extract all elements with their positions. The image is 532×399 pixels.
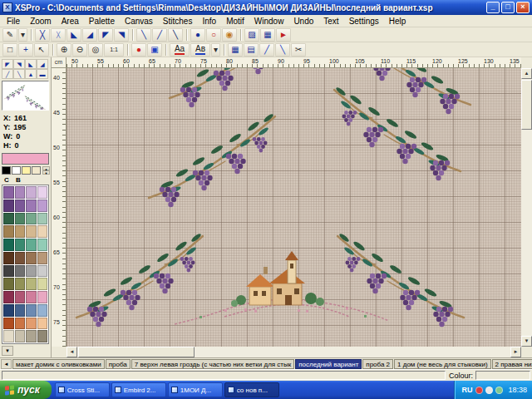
pencil-tool-button[interactable]: ✎: [2, 28, 17, 42]
palette-color-44[interactable]: [3, 330, 14, 342]
zoom-area-button[interactable]: ◎: [88, 43, 103, 57]
tri-up-button[interactable]: ▲: [25, 69, 37, 79]
palette-color-25[interactable]: [15, 265, 26, 278]
cut-tool-button[interactable]: ✂: [291, 43, 306, 57]
pattern-tab-6[interactable]: 2 правая них гр: [492, 359, 532, 369]
menu-item-3[interactable]: Palette: [84, 16, 120, 27]
straight-stitch-button[interactable]: ╱: [152, 28, 167, 42]
maximize-button[interactable]: □: [501, 2, 515, 13]
antivirus-icon[interactable]: [475, 387, 483, 394]
arrow-tool-button[interactable]: ↖: [34, 43, 49, 57]
quarter-stitch-button[interactable]: ◤: [98, 28, 113, 42]
menu-item-0[interactable]: File: [2, 16, 25, 27]
palette-color-47[interactable]: [37, 330, 48, 342]
taskbar-task-2[interactable]: 1МОИ Д...: [168, 382, 223, 397]
tab-scroll-left-button[interactable]: ◄: [1, 359, 12, 369]
palette-color-4[interactable]: [3, 200, 14, 212]
menu-item-12[interactable]: Help: [384, 16, 411, 27]
palette-color-2[interactable]: [26, 186, 37, 199]
palette-color-12[interactable]: [3, 225, 14, 238]
menu-item-9[interactable]: Undo: [288, 16, 318, 27]
line-down-button[interactable]: ╲: [13, 69, 25, 79]
palette-color-28[interactable]: [3, 278, 14, 290]
palette-color-17[interactable]: [15, 239, 26, 251]
zoom-out-button[interactable]: ⊖: [72, 43, 87, 57]
taskbar-task-3[interactable]: со нов п...: [224, 382, 279, 397]
palette-color-31[interactable]: [37, 278, 48, 290]
vertical-scroll-thumb[interactable]: [521, 80, 532, 130]
palette-color-30[interactable]: [26, 278, 37, 290]
palette-color-6[interactable]: [26, 200, 37, 212]
dir-se-button[interactable]: ◢: [37, 59, 48, 69]
palette-color-26[interactable]: [26, 265, 37, 278]
draw-line-up-button[interactable]: ╱: [259, 43, 274, 57]
palette-color-0[interactable]: [3, 186, 14, 199]
half-stitch-right-button[interactable]: ◢: [82, 28, 97, 42]
taskbar-task-0[interactable]: Cross Sti...: [55, 382, 110, 397]
pattern-tab-4[interactable]: проба 2: [362, 359, 393, 369]
palette-scroll-down-button[interactable]: ▼: [2, 346, 13, 356]
palette-color-15[interactable]: [37, 225, 48, 238]
palette-color-43[interactable]: [37, 318, 48, 330]
close-button[interactable]: ×: [516, 2, 530, 13]
pattern-tab-0[interactable]: макет домик с оливковками: [12, 359, 105, 369]
palette-color-45[interactable]: [15, 330, 26, 342]
language-indicator[interactable]: RU: [461, 386, 472, 394]
quick-swatch-3[interactable]: [32, 166, 41, 175]
pencil-dropdown-button[interactable]: ▾: [18, 28, 27, 42]
network-icon[interactable]: [495, 387, 503, 394]
palette-color-11[interactable]: [37, 213, 48, 225]
quick-swatch-2[interactable]: [22, 166, 31, 175]
view-colors-button[interactable]: ●: [131, 43, 146, 57]
palette-color-5[interactable]: [15, 200, 26, 212]
grid-toggle-button[interactable]: ▦: [228, 43, 243, 57]
palette-color-21[interactable]: [15, 252, 26, 264]
long-stitch-button[interactable]: ╲: [168, 28, 183, 42]
menu-item-5[interactable]: Stitches: [158, 16, 198, 27]
french-knot-button[interactable]: ●: [190, 28, 205, 42]
menu-item-10[interactable]: Text: [318, 16, 343, 27]
taskbar-task-1[interactable]: Embird 2...: [111, 382, 166, 397]
menu-item-8[interactable]: Window: [249, 16, 289, 27]
dir-nw-button[interactable]: ◤: [2, 59, 13, 69]
menu-item-6[interactable]: Info: [197, 16, 221, 27]
flood-fill-button[interactable]: ▨: [244, 28, 259, 42]
palette-color-39[interactable]: [37, 304, 48, 317]
palette-color-22[interactable]: [26, 252, 37, 264]
palette-color-42[interactable]: [26, 318, 37, 330]
palette-color-3[interactable]: [37, 186, 48, 199]
palette-color-23[interactable]: [37, 252, 48, 264]
view-symbols-button[interactable]: ▣: [147, 43, 162, 57]
horizontal-scrollbar[interactable]: ◄ ►: [66, 347, 521, 357]
palette-color-33[interactable]: [15, 291, 26, 303]
minimize-button[interactable]: _: [486, 2, 500, 13]
font-dropdown-button[interactable]: ▾: [211, 43, 220, 57]
menu-item-11[interactable]: Settings: [344, 16, 384, 27]
palette-color-27[interactable]: [37, 265, 48, 278]
scroll-right-icon[interactable]: ►: [510, 347, 521, 357]
palette-color-1[interactable]: [15, 186, 26, 199]
scroll-left-icon[interactable]: ◄: [66, 347, 77, 357]
menu-item-2[interactable]: Area: [57, 16, 84, 27]
palette-color-20[interactable]: [3, 252, 14, 264]
horizontal-scroll-thumb[interactable]: [78, 347, 195, 357]
half-stitch-left-button[interactable]: ◣: [66, 28, 81, 42]
dir-sw-button[interactable]: ◣: [25, 59, 37, 69]
draw-line-down-button[interactable]: ╲: [275, 43, 290, 57]
palette-color-35[interactable]: [37, 291, 48, 303]
zoom-100-button[interactable]: 1:1: [104, 43, 124, 57]
select-tool-button[interactable]: □: [2, 43, 17, 57]
bead-tool-button[interactable]: ○: [206, 28, 221, 42]
menu-item-1[interactable]: Zoom: [25, 16, 57, 27]
palette-color-13[interactable]: [15, 225, 26, 238]
palette-color-40[interactable]: [3, 318, 14, 330]
three-quarter-stitch-button[interactable]: ◥: [114, 28, 129, 42]
volume-icon[interactable]: [485, 387, 493, 394]
special-stitch-button[interactable]: ◉: [222, 28, 237, 42]
font-style-b-button[interactable]: Aв: [190, 43, 210, 57]
zoom-in-button[interactable]: ⊕: [57, 43, 71, 57]
pattern-tab-3[interactable]: последний вариант: [295, 359, 362, 369]
full-cross-stitch-button[interactable]: ╳: [35, 28, 50, 42]
marker-flag-button[interactable]: ►: [276, 28, 291, 42]
menu-item-4[interactable]: Canvas: [120, 16, 158, 27]
